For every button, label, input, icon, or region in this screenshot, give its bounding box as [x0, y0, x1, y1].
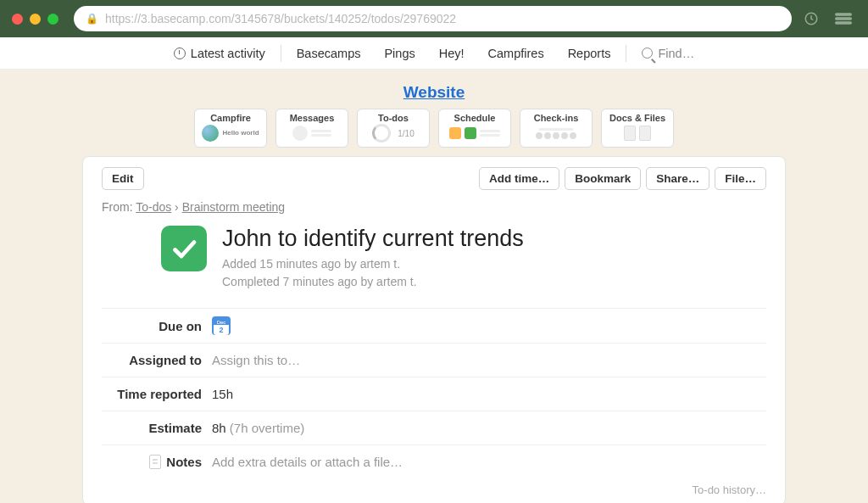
- field-assigned-to[interactable]: Assigned to Assign this to…: [102, 343, 766, 377]
- svg-rect-1: [835, 13, 852, 15]
- breadcrumb-list[interactable]: Brainstorm meeting: [182, 200, 285, 214]
- field-label: Assigned to: [102, 353, 212, 367]
- minimize-window-icon[interactable]: [30, 14, 41, 25]
- add-time-button[interactable]: Add time…: [479, 167, 559, 190]
- nav-separator: [281, 45, 281, 62]
- nav-pings[interactable]: Pings: [372, 47, 426, 60]
- calendar-icon: [465, 127, 476, 139]
- todo-title: John to identify current trends: [222, 226, 524, 252]
- todo-history-link[interactable]: To-do history…: [102, 483, 766, 496]
- maximize-window-icon[interactable]: [47, 14, 58, 25]
- tab-todos[interactable]: To-dos 1/10: [357, 109, 430, 148]
- clock-icon: [174, 48, 186, 59]
- window-controls: [12, 14, 58, 25]
- todo-completed-meta: Completed 7 minutes ago by artem t.: [222, 273, 524, 291]
- field-label: Time reported: [102, 387, 212, 401]
- tool-cards: Campfire Hello world Messages To-dos 1/1…: [17, 109, 851, 148]
- completed-checkbox[interactable]: [161, 226, 207, 271]
- svg-rect-2: [835, 17, 852, 20]
- tab-docs-files[interactable]: Docs & Files: [601, 109, 674, 148]
- share-button[interactable]: Share…: [646, 167, 709, 190]
- svg-rect-3: [835, 21, 852, 24]
- breadcrumb: From: To-dos › Brainstorm meeting: [102, 200, 766, 214]
- menu-chrome-icon[interactable]: [831, 6, 856, 31]
- tab-label: Messages: [290, 113, 335, 123]
- top-nav: Latest activity Basecamps Pings Hey! Cam…: [0, 37, 868, 70]
- todos-count: 1/10: [398, 129, 414, 138]
- checkmark-icon: [169, 233, 199, 264]
- file-button[interactable]: File…: [715, 167, 766, 190]
- project-link[interactable]: Website: [403, 83, 465, 101]
- time-reported-value: 15h: [212, 387, 233, 401]
- tab-schedule[interactable]: Schedule: [438, 109, 511, 148]
- notes-placeholder: Add extra details or attach a file…: [212, 455, 403, 469]
- campfire-snippet: Hello world: [222, 130, 259, 137]
- calendar-icon: [449, 127, 461, 139]
- todo-card: Edit Add time… Bookmark Share… File… Fro…: [82, 156, 786, 503]
- document-icon: [624, 126, 636, 141]
- nav-separator: [626, 45, 626, 62]
- nav-hey[interactable]: Hey!: [427, 47, 476, 60]
- tab-label: Schedule: [454, 113, 496, 123]
- progress-ring-icon: [372, 124, 391, 143]
- field-label: Estimate: [102, 421, 212, 435]
- field-due-on[interactable]: Due on Dec 2: [102, 308, 766, 343]
- close-window-icon[interactable]: [12, 14, 23, 25]
- todo-fields: Due on Dec 2 Assigned to Assign this to……: [102, 308, 766, 478]
- nav-latest-activity[interactable]: Latest activity: [162, 47, 277, 60]
- avatar-icon: [202, 125, 219, 142]
- project-title: Website: [17, 83, 851, 102]
- field-notes[interactable]: Notes Add extra details or attach a file…: [102, 444, 766, 478]
- tab-messages[interactable]: Messages: [275, 109, 348, 148]
- field-time-reported[interactable]: Time reported 15h: [102, 377, 766, 411]
- search-icon: [642, 48, 653, 59]
- nav-basecamps[interactable]: Basecamps: [285, 47, 373, 60]
- url-bar[interactable]: 🔒 https://3.basecamp.com/3145678/buckets…: [74, 6, 792, 31]
- breadcrumb-todos[interactable]: To-dos: [136, 200, 171, 214]
- edit-button[interactable]: Edit: [102, 167, 144, 190]
- nav-campfires[interactable]: Campfires: [476, 47, 556, 60]
- field-label: Due on: [102, 319, 212, 333]
- tab-label: To-dos: [378, 113, 409, 123]
- tab-checkins[interactable]: Check-ins: [520, 109, 593, 148]
- clock-chrome-icon[interactable]: [798, 6, 824, 31]
- nav-reports[interactable]: Reports: [556, 47, 623, 60]
- breadcrumb-from: From:: [102, 200, 133, 214]
- assigned-placeholder: Assign this to…: [212, 353, 300, 367]
- todo-added-meta: Added 15 minutes ago by artem t.: [222, 255, 524, 273]
- nav-find[interactable]: Find…: [630, 47, 706, 60]
- calendar-date-icon: Dec 2: [212, 316, 231, 335]
- tab-label: Docs & Files: [609, 113, 665, 123]
- tab-campfire[interactable]: Campfire Hello world: [194, 109, 267, 148]
- bookmark-button[interactable]: Bookmark: [565, 167, 641, 190]
- estimate-value: 8h (7h overtime): [212, 421, 304, 435]
- browser-chrome: 🔒 https://3.basecamp.com/3145678/buckets…: [0, 0, 868, 37]
- document-icon: [639, 126, 651, 141]
- field-estimate[interactable]: Estimate 8h (7h overtime): [102, 411, 766, 444]
- field-label: Notes: [102, 455, 212, 469]
- tab-label: Check-ins: [534, 113, 579, 123]
- note-icon: [149, 455, 161, 469]
- lock-icon: 🔒: [86, 13, 98, 25]
- url-text: https://3.basecamp.com/3145678/buckets/1…: [105, 12, 456, 25]
- placeholder-icon: [292, 126, 308, 141]
- tab-label: Campfire: [210, 113, 251, 123]
